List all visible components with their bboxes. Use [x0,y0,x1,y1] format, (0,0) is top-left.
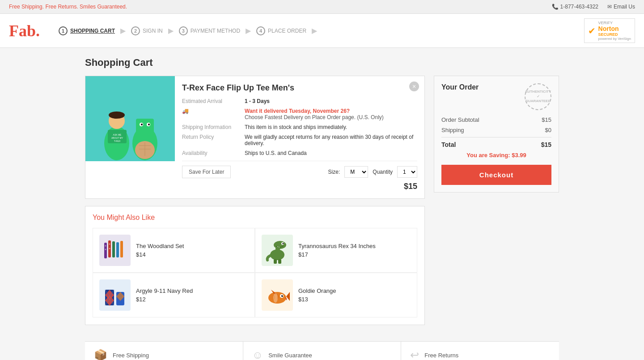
quantity-label: Quantity [373,169,393,175]
remove-item-button[interactable]: × [409,81,419,91]
product-info-3: Argyle 9-11 Navy Red $12 [136,287,193,303]
shipping-icon: 📦 [94,349,107,360]
feature-free-shipping: 📦 Free Shipping [85,342,243,360]
product-item-4[interactable]: Goldie Orange $13 [255,273,417,317]
cart-item-title: T-Rex Face Flip Up Tee Men's [182,83,417,93]
product-info-1: The Woodland Set $14 [136,243,184,258]
cart-item-image: ASK ME ABOUT MY T-REX [85,76,175,161]
step-sign-in[interactable]: 2 SIGN IN [126,24,168,38]
svg-rect-22 [116,242,119,257]
product-item-1[interactable]: The Woodland Set $14 [93,228,255,273]
also-like-section: You Might Also Like [85,206,425,325]
step-arrow-2: ▶ [168,26,174,35]
return-row: Return Policy We will gladly accept retu… [182,134,417,146]
step-payment[interactable]: 3 PAYMENT METHOD [174,24,246,38]
order-total-row: Total $15 [441,137,551,148]
step-num-4: 4 [256,26,265,35]
main-content: Shopping Cart ASK ME ABOUT MY [76,57,568,360]
order-summary: Your Order AUTHENTICITY✓GUARANTEED Order… [434,76,559,193]
step-arrow-4: ▶ [312,26,317,35]
step-label-2: SIGN IN [143,28,163,34]
product-info-2: Tyrannosaurus Rex 34 Inches $17 [298,243,376,258]
fab-stamp-text: AUTHENTICITY✓GUARANTEED [525,90,551,103]
phone-number: 1-877-463-4322 [560,4,598,10]
product-name-3: Argyle 9-11 Navy Red [136,287,193,294]
product-name-4: Goldie Orange [298,287,336,294]
also-like-title: You Might Also Like [93,214,417,222]
svg-point-26 [109,243,110,244]
svg-point-24 [105,245,106,246]
delivery-icon: 🚚 [182,108,245,120]
product-item-2[interactable]: Tyrannosaurus Rex 34 Inches $17 [255,228,417,273]
estimated-arrival-row: Estimated Arrival 1 - 3 Days [182,98,417,104]
email-text: Email Us [614,4,635,10]
norton-badge: ✔ VERIFY Norton SECURED powered by VeriS… [584,18,635,43]
feature-shipping-label: Free Shipping [113,352,149,359]
delivery-row: 🚚 Want it delivered Tuesday, November 26… [182,108,417,120]
cart-item: ASK ME ABOUT MY T-REX [85,76,425,199]
email-icon: ✉ [607,4,612,10]
step-place-order[interactable]: 4 PLACE ORDER [251,24,312,38]
cart-item-footer: Save For Later Size: M S L XL Quantity [182,166,417,178]
top-bar-message: Free Shipping. Free Returns. Smiles Guar… [9,4,127,10]
order-shipping-row: Shipping $0 [441,127,551,133]
top-bar-contact: 📞 1-877-463-4322 ✉ Email Us [552,4,635,10]
feature-returns-label: Free Returns [424,352,458,359]
return-value: We will gladly accept returns for any re… [245,134,417,146]
norton-text: VERIFY Norton SECURED powered by VeriSig… [598,21,631,41]
step-arrow-1: ▶ [120,26,126,35]
quantity-select[interactable]: 1 2 3 [397,166,417,178]
top-bar: Free Shipping. Free Returns. Smiles Guar… [0,0,644,14]
header: Fab. 1 SHOPPING CART ▶ 2 SIGN IN ▶ 3 PAY… [0,14,644,48]
norton-checkmark-icon: ✔ [588,26,596,36]
cart-item-price: $15 [182,182,417,191]
svg-text:ASK ME: ASK ME [113,133,122,136]
svg-rect-21 [112,241,115,257]
checkout-steps: 1 SHOPPING CART ▶ 2 SIGN IN ▶ 3 PAYMENT … [53,24,317,38]
norton-badge-area: ✔ VERIFY Norton SECURED powered by VeriS… [584,18,635,43]
svg-text:T-REX: T-REX [114,140,121,142]
logo[interactable]: Fab. [9,21,40,40]
cart-divider [182,161,417,161]
save-later-button[interactable]: Save For Later [182,166,231,178]
step-arrow-3: ▶ [246,26,251,35]
product-name-1: The Woodland Set [136,243,184,249]
product-price-1: $14 [136,251,184,258]
smile-icon: ☺ [252,349,263,360]
email-link[interactable]: ✉ Email Us [607,4,635,10]
availability-value: Ships to U.S. and Canada [245,150,307,156]
logo-text: Fab [9,22,36,40]
footer-features: 📦 Free Shipping ☺ Smile Guarantee ↩ Free… [85,341,559,360]
svg-point-25 [105,249,106,250]
product-price-2: $17 [298,251,376,258]
shipping-value: This item is in stock and ships immediat… [245,124,347,130]
content-main: ASK ME ABOUT MY T-REX [85,76,425,332]
svg-point-13 [148,124,150,125]
page-title: Shopping Cart [85,57,153,69]
shipping-label: Shipping Information [182,124,245,130]
order-shipping-label: Shipping [441,127,464,133]
phone-link[interactable]: 📞 1-877-463-4322 [552,4,598,10]
svg-rect-0 [88,76,173,161]
step-label-4: PLACE ORDER [268,28,306,34]
svg-rect-38 [101,281,130,310]
order-summary-header: Your Order AUTHENTICITY✓GUARANTEED [441,83,551,110]
estimated-arrival-value: 1 - 3 Days [245,98,270,104]
svg-point-7 [109,111,125,119]
step-num-2: 2 [131,26,140,35]
step-shopping-cart[interactable]: 1 SHOPPING CART [53,24,120,38]
delivery-note: Choose Fastest Delivery on Place Order p… [245,114,384,120]
size-select[interactable]: M S L XL [344,166,368,178]
product-name-2: Tyrannosaurus Rex 34 Inches [298,243,376,249]
delivery-urgent: Want it delivered Tuesday, November 26? [245,108,350,114]
checkout-button[interactable]: Checkout [441,165,551,185]
norton-brand: Norton [598,25,631,32]
product-price-3: $12 [136,296,193,303]
order-subtotal-value: $15 [542,116,551,123]
page-title-row: Shopping Cart [85,57,559,69]
cart-item-details: T-Rex Face Flip Up Tee Men's × Estimated… [175,76,424,198]
estimated-arrival-label: Estimated Arrival [182,98,245,104]
availability-label: Availability [182,150,245,156]
product-item-3[interactable]: Argyle 9-11 Navy Red $12 [93,273,255,317]
product-image-1 [99,235,131,266]
